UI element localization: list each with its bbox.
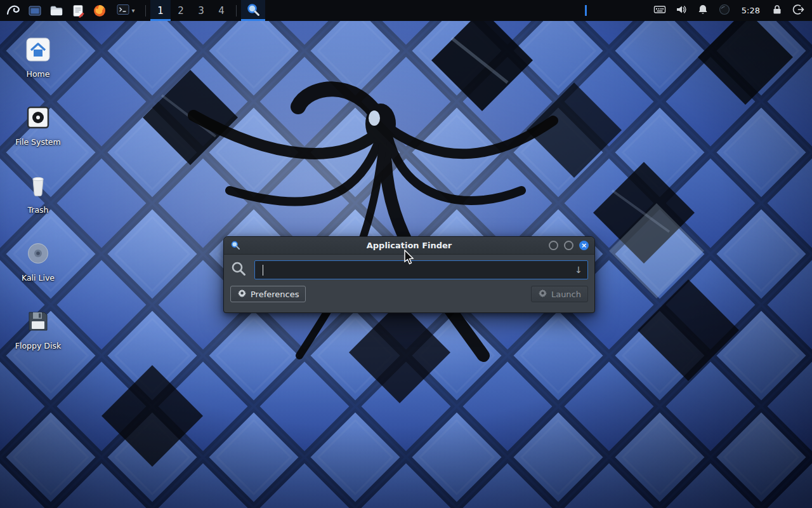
- workspace-button-4[interactable]: 4: [211, 0, 232, 21]
- gear-icon: [237, 288, 247, 300]
- desktop-icon-label: Kali Live: [22, 274, 55, 283]
- search-icon: [230, 260, 247, 279]
- application-finder-icon: [230, 240, 240, 253]
- mouse-cursor: [403, 250, 415, 266]
- workspace-button-3[interactable]: 3: [191, 0, 211, 21]
- magnifier-icon: [246, 2, 261, 20]
- keyboard-icon: [653, 3, 666, 18]
- launcher-window[interactable]: [24, 0, 46, 21]
- disc-icon: [24, 239, 52, 270]
- desktop-icon-trash[interactable]: Trash: [3, 171, 73, 215]
- application-finder-window: Application Finder × ↓: [223, 236, 595, 313]
- text-editor-icon: [71, 4, 85, 18]
- status-circle-icon: [718, 3, 731, 18]
- taskbar-application-finder[interactable]: [241, 0, 265, 21]
- launch-icon: [538, 288, 547, 300]
- top-panel: ▾ 1 2 3 4: [0, 0, 812, 21]
- logout-icon: [792, 3, 805, 18]
- desktop-icon-home[interactable]: Home: [3, 36, 73, 79]
- text-caret: [263, 265, 263, 276]
- kali-menu-icon: [6, 3, 21, 18]
- close-icon: ×: [581, 242, 587, 249]
- desktop-icon-label: File System: [15, 138, 61, 147]
- home-icon: [24, 36, 52, 66]
- panel-blue-separator: [585, 5, 587, 16]
- launcher-firefox[interactable]: [89, 0, 110, 21]
- notifications[interactable]: [692, 0, 714, 21]
- launch-button[interactable]: Launch: [531, 286, 588, 302]
- maximize-button[interactable]: [564, 241, 573, 250]
- lock-screen-button[interactable]: [766, 0, 788, 21]
- screen: Home File System Trash Kali Live Floppy: [0, 0, 812, 508]
- file-system-icon: [24, 104, 52, 134]
- dropdown-arrow[interactable]: ↓: [575, 265, 582, 275]
- bell-icon: [697, 3, 709, 18]
- panel-spacer: [265, 0, 585, 21]
- applications-menu-button[interactable]: [3, 0, 24, 21]
- desktop-icon-kali-live[interactable]: Kali Live: [3, 239, 73, 283]
- lock-icon: [771, 4, 783, 18]
- desktop-icon-label: Home: [27, 70, 50, 79]
- desktop-icon-floppy-disk[interactable]: Floppy Disk: [3, 307, 73, 351]
- desktop-icon-label: Trash: [27, 206, 48, 215]
- volume-icon: [675, 3, 688, 18]
- clock[interactable]: 5:28: [735, 0, 766, 21]
- floppy-icon: [24, 307, 52, 338]
- volume-control[interactable]: [671, 0, 692, 21]
- desktop-icon-label: Floppy Disk: [15, 342, 61, 351]
- firefox-icon: [93, 4, 107, 18]
- launcher-terminal[interactable]: ▾: [110, 0, 141, 21]
- file-manager-icon: [49, 4, 63, 18]
- logout-button[interactable]: [788, 0, 809, 21]
- launch-label: Launch: [551, 290, 581, 299]
- desktop-icon-file-system[interactable]: File System: [3, 104, 73, 147]
- window-icon: [28, 4, 42, 18]
- keyboard-indicator[interactable]: [649, 0, 671, 21]
- launcher-file-manager[interactable]: [46, 0, 67, 21]
- trash-icon: [24, 171, 52, 202]
- close-button[interactable]: ×: [579, 241, 589, 250]
- minimize-button[interactable]: [549, 241, 558, 250]
- workspace-button-2[interactable]: 2: [171, 0, 191, 21]
- terminal-icon: [116, 3, 130, 19]
- search-input[interactable]: [260, 265, 571, 275]
- preferences-button[interactable]: Preferences: [230, 286, 306, 302]
- search-input-wrap: ↓: [254, 260, 588, 279]
- preferences-label: Preferences: [251, 290, 299, 299]
- panel-separator: [145, 5, 146, 17]
- chevron-down-icon[interactable]: ▾: [131, 8, 134, 14]
- launcher-text-editor[interactable]: [67, 0, 89, 21]
- tray-status[interactable]: [714, 0, 735, 21]
- workspace-button-1[interactable]: 1: [150, 0, 171, 21]
- panel-separator: [236, 5, 237, 17]
